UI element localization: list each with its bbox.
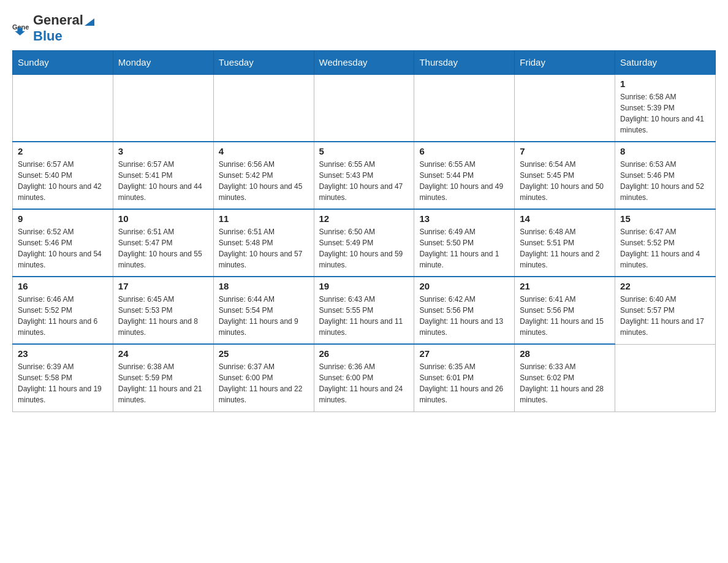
day-number: 21 <box>520 281 610 291</box>
day-of-week-header: Wednesday <box>314 51 414 75</box>
calendar-day-cell: 23Sunrise: 6:39 AM Sunset: 5:58 PM Dayli… <box>13 344 113 412</box>
day-info: Sunrise: 6:57 AM Sunset: 5:41 PM Dayligh… <box>118 159 208 203</box>
day-info: Sunrise: 6:47 AM Sunset: 5:52 PM Dayligh… <box>620 226 710 270</box>
day-info: Sunrise: 6:55 AM Sunset: 5:43 PM Dayligh… <box>319 159 409 203</box>
calendar-header-row: SundayMondayTuesdayWednesdayThursdayFrid… <box>13 51 716 75</box>
day-info: Sunrise: 6:37 AM Sunset: 6:00 PM Dayligh… <box>219 361 309 405</box>
calendar-day-cell: 18Sunrise: 6:44 AM Sunset: 5:54 PM Dayli… <box>213 277 314 344</box>
day-number: 20 <box>419 281 509 291</box>
calendar-week-row: 2Sunrise: 6:57 AM Sunset: 5:40 PM Daylig… <box>13 142 716 209</box>
calendar-day-cell: 1Sunrise: 6:58 AM Sunset: 5:39 PM Daylig… <box>615 74 716 142</box>
calendar-day-cell: 3Sunrise: 6:57 AM Sunset: 5:41 PM Daylig… <box>113 142 213 209</box>
day-number: 18 <box>219 281 309 291</box>
day-of-week-header: Sunday <box>13 51 113 75</box>
day-info: Sunrise: 6:50 AM Sunset: 5:49 PM Dayligh… <box>319 226 409 270</box>
day-of-week-header: Saturday <box>615 51 716 75</box>
day-number: 27 <box>419 348 509 359</box>
calendar-day-cell: 7Sunrise: 6:54 AM Sunset: 5:45 PM Daylig… <box>515 142 615 209</box>
day-number: 3 <box>118 146 208 156</box>
calendar-day-cell <box>615 344 716 412</box>
day-info: Sunrise: 6:44 AM Sunset: 5:54 PM Dayligh… <box>219 294 309 338</box>
day-info: Sunrise: 6:49 AM Sunset: 5:50 PM Dayligh… <box>419 226 509 270</box>
day-info: Sunrise: 6:46 AM Sunset: 5:52 PM Dayligh… <box>18 294 108 338</box>
calendar-day-cell: 15Sunrise: 6:47 AM Sunset: 5:52 PM Dayli… <box>615 209 716 277</box>
day-info: Sunrise: 6:58 AM Sunset: 5:39 PM Dayligh… <box>620 91 710 136</box>
day-info: Sunrise: 6:45 AM Sunset: 5:53 PM Dayligh… <box>118 294 208 338</box>
day-number: 10 <box>118 213 208 224</box>
day-of-week-header: Tuesday <box>213 51 314 75</box>
day-number: 1 <box>620 79 710 89</box>
day-number: 24 <box>118 348 208 359</box>
day-info: Sunrise: 6:51 AM Sunset: 5:48 PM Dayligh… <box>219 226 309 270</box>
day-number: 17 <box>118 281 208 291</box>
calendar-day-cell: 12Sunrise: 6:50 AM Sunset: 5:49 PM Dayli… <box>314 209 414 277</box>
calendar-day-cell: 17Sunrise: 6:45 AM Sunset: 5:53 PM Dayli… <box>113 277 213 344</box>
day-info: Sunrise: 6:54 AM Sunset: 5:45 PM Dayligh… <box>520 159 610 203</box>
day-number: 6 <box>419 146 509 156</box>
calendar-day-cell: 10Sunrise: 6:51 AM Sunset: 5:47 PM Dayli… <box>113 209 213 277</box>
calendar-table: SundayMondayTuesdayWednesdayThursdayFrid… <box>12 50 716 412</box>
day-number: 9 <box>18 213 108 224</box>
calendar-day-cell: 27Sunrise: 6:35 AM Sunset: 6:01 PM Dayli… <box>414 344 515 412</box>
calendar-week-row: 23Sunrise: 6:39 AM Sunset: 5:58 PM Dayli… <box>13 344 716 412</box>
day-number: 14 <box>520 213 610 224</box>
logo-blue-text: Blue <box>33 28 63 44</box>
calendar-day-cell <box>213 74 314 142</box>
day-number: 4 <box>219 146 309 156</box>
day-number: 11 <box>219 213 309 224</box>
calendar-day-cell <box>414 74 515 142</box>
day-number: 16 <box>18 281 108 291</box>
calendar-day-cell: 13Sunrise: 6:49 AM Sunset: 5:50 PM Dayli… <box>414 209 515 277</box>
calendar-day-cell <box>515 74 615 142</box>
day-info: Sunrise: 6:35 AM Sunset: 6:01 PM Dayligh… <box>419 361 509 405</box>
calendar-day-cell: 25Sunrise: 6:37 AM Sunset: 6:00 PM Dayli… <box>213 344 314 412</box>
day-info: Sunrise: 6:33 AM Sunset: 6:02 PM Dayligh… <box>520 361 610 405</box>
day-info: Sunrise: 6:38 AM Sunset: 5:59 PM Dayligh… <box>118 361 208 405</box>
day-info: Sunrise: 6:52 AM Sunset: 5:46 PM Dayligh… <box>18 226 108 270</box>
calendar-day-cell: 19Sunrise: 6:43 AM Sunset: 5:55 PM Dayli… <box>314 277 414 344</box>
day-info: Sunrise: 6:57 AM Sunset: 5:40 PM Dayligh… <box>18 159 108 203</box>
day-number: 25 <box>219 348 309 359</box>
day-info: Sunrise: 6:41 AM Sunset: 5:56 PM Dayligh… <box>520 294 610 338</box>
calendar-week-row: 16Sunrise: 6:46 AM Sunset: 5:52 PM Dayli… <box>13 277 716 344</box>
calendar-day-cell: 22Sunrise: 6:40 AM Sunset: 5:57 PM Dayli… <box>615 277 716 344</box>
day-number: 15 <box>620 213 710 224</box>
calendar-day-cell <box>13 74 113 142</box>
calendar-day-cell: 24Sunrise: 6:38 AM Sunset: 5:59 PM Dayli… <box>113 344 213 412</box>
page-header: General General Blue <box>12 12 716 44</box>
svg-marker-2 <box>85 18 94 26</box>
logo-triangle <box>85 16 97 28</box>
day-of-week-header: Friday <box>515 51 615 75</box>
day-info: Sunrise: 6:56 AM Sunset: 5:42 PM Dayligh… <box>219 159 309 203</box>
calendar-week-row: 9Sunrise: 6:52 AM Sunset: 5:46 PM Daylig… <box>13 209 716 277</box>
day-number: 13 <box>419 213 509 224</box>
day-info: Sunrise: 6:42 AM Sunset: 5:56 PM Dayligh… <box>419 294 509 338</box>
day-number: 28 <box>520 348 610 359</box>
calendar-day-cell: 8Sunrise: 6:53 AM Sunset: 5:46 PM Daylig… <box>615 142 716 209</box>
logo: General General Blue <box>12 12 98 44</box>
day-info: Sunrise: 6:40 AM Sunset: 5:57 PM Dayligh… <box>620 294 710 338</box>
day-number: 8 <box>620 146 710 156</box>
day-number: 22 <box>620 281 710 291</box>
calendar-day-cell: 26Sunrise: 6:36 AM Sunset: 6:00 PM Dayli… <box>314 344 414 412</box>
calendar-day-cell: 21Sunrise: 6:41 AM Sunset: 5:56 PM Dayli… <box>515 277 615 344</box>
calendar-day-cell: 14Sunrise: 6:48 AM Sunset: 5:51 PM Dayli… <box>515 209 615 277</box>
logo-general-text: General <box>33 12 83 28</box>
calendar-day-cell: 9Sunrise: 6:52 AM Sunset: 5:46 PM Daylig… <box>13 209 113 277</box>
calendar-day-cell: 2Sunrise: 6:57 AM Sunset: 5:40 PM Daylig… <box>13 142 113 209</box>
calendar-day-cell: 16Sunrise: 6:46 AM Sunset: 5:52 PM Dayli… <box>13 277 113 344</box>
day-info: Sunrise: 6:43 AM Sunset: 5:55 PM Dayligh… <box>319 294 409 338</box>
day-number: 26 <box>319 348 409 359</box>
day-number: 7 <box>520 146 610 156</box>
calendar-day-cell: 28Sunrise: 6:33 AM Sunset: 6:02 PM Dayli… <box>515 344 615 412</box>
day-info: Sunrise: 6:39 AM Sunset: 5:58 PM Dayligh… <box>18 361 108 405</box>
day-number: 23 <box>18 348 108 359</box>
day-number: 5 <box>319 146 409 156</box>
day-of-week-header: Thursday <box>414 51 515 75</box>
day-number: 12 <box>319 213 409 224</box>
day-of-week-header: Monday <box>113 51 213 75</box>
calendar-day-cell: 20Sunrise: 6:42 AM Sunset: 5:56 PM Dayli… <box>414 277 515 344</box>
day-info: Sunrise: 6:48 AM Sunset: 5:51 PM Dayligh… <box>520 226 610 270</box>
calendar-day-cell: 11Sunrise: 6:51 AM Sunset: 5:48 PM Dayli… <box>213 209 314 277</box>
day-number: 19 <box>319 281 409 291</box>
